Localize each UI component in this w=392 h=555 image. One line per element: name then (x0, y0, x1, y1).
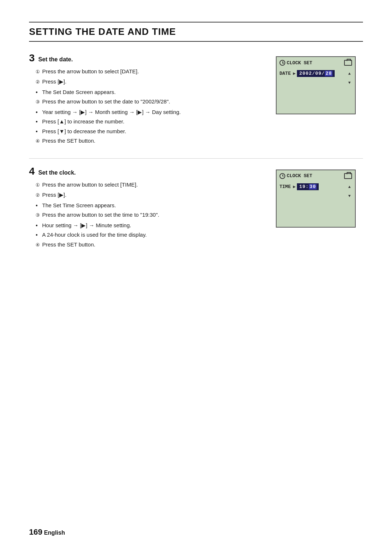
step3-bullet2-text: Year setting → [▶] → Month setting → [▶]… (42, 109, 181, 115)
step3-num1: ① (36, 68, 40, 76)
step3-clock-label: CLOCK SET (279, 60, 312, 66)
step3-num3: ③ (36, 98, 40, 106)
step3-down-arrow: ▼ (348, 81, 351, 85)
step4-lcd-value: 19:30 (297, 183, 319, 190)
step4-lcd-arrow: ▶ (293, 184, 295, 189)
step3-lcd-screen: CLOCK SET ▲ DATE ▶ 2002/09/28 ▼ (276, 56, 356, 114)
step4-up-arrow: ▲ (348, 185, 351, 189)
step3-block: 3 Set the date. ① Press the arrow button… (29, 53, 363, 159)
page-language-text: English (44, 530, 65, 536)
step4-num2: ② (36, 192, 40, 199)
step4-inst-3: ③ Press the arrow button to set the time… (36, 211, 265, 219)
step4-camera-icon (344, 173, 352, 179)
clock-icon (279, 60, 285, 66)
page-footer: 169 English (29, 527, 65, 537)
step4-inst-4: ④ Press the SET button. (36, 241, 265, 249)
step3-bullet4-text: Press [▼] to decrease the number. (42, 128, 126, 134)
step4-inst-1: ① Press the arrow button to select [TIME… (36, 181, 265, 189)
step4-bullet1-text: The Set Time Screen appears. (42, 202, 116, 208)
step3-text3: Press the arrow button to set the date t… (42, 98, 170, 105)
step4-header: 4 Set the clock. (29, 166, 265, 177)
step4-inst-2: ② Press [▶]. (36, 191, 265, 199)
step3-bullet4: Press [▼] to decrease the number. (36, 127, 265, 136)
step4-text4: Press the SET button. (42, 241, 95, 248)
step3-bullet1: The Set Date Screen appears. (36, 88, 265, 97)
step4-screen-container: CLOCK SET ▲ TIME ▶ 19:30 ▼ (276, 170, 363, 251)
step4-content: 4 Set the clock. ① Press the arrow butto… (29, 166, 265, 251)
step4-bullet2: Hour setting → [▶] → Minute setting. (36, 221, 265, 230)
step3-date-highlight: 28 (325, 71, 333, 76)
step4-text3: Press the arrow button to set the time t… (42, 212, 159, 218)
step4-time-base: 19: (299, 184, 309, 189)
step3-inst-3: ③ Press the arrow button to set the date… (36, 98, 265, 106)
step3-text4: Press the SET button. (42, 138, 95, 144)
step3-inst-1: ① Press the arrow button to select [DATE… (36, 68, 265, 76)
step3-inst-2: ② Press [▶]. (36, 78, 265, 86)
step3-up-arrow: ▲ (348, 72, 351, 76)
step4-bullet2-text: Hour setting → [▶] → Minute setting. (42, 222, 131, 228)
step3-bullet2: Year setting → [▶] → Month setting → [▶]… (36, 108, 265, 117)
step3-label: Set the date. (38, 56, 73, 63)
step3-lcd-topbar: CLOCK SET (279, 60, 352, 66)
section-title-block: SETTING THE DATE AND TIME (29, 22, 363, 42)
step4-num3: ③ (36, 212, 40, 219)
step4-num1: ① (36, 181, 40, 189)
step4-text2: Press [▶]. (42, 192, 66, 198)
step3-lcd-value: 2002/09/28 (297, 70, 335, 77)
step3-lcd-arrow: ▶ (293, 71, 295, 76)
step3-date-base: 2002/09/ (299, 71, 324, 76)
step4-bullet1: The Set Time Screen appears. (36, 201, 265, 210)
step3-text2: Press [▶]. (42, 78, 66, 85)
step3-clock-set-label: CLOCK SET (287, 60, 312, 66)
step4-block: 4 Set the clock. ① Press the arrow butto… (29, 166, 363, 262)
step3-bullet3: Press [▲] to increase the number. (36, 118, 265, 126)
step3-camera-icon (344, 60, 352, 66)
page-container: SETTING THE DATE AND TIME 3 Set the date… (0, 0, 392, 291)
page-number: 169 (29, 527, 42, 536)
step4-instructions: ① Press the arrow button to select [TIME… (36, 181, 265, 249)
step3-lcd-label: DATE (279, 71, 291, 76)
step4-lcd-screen: CLOCK SET ▲ TIME ▶ 19:30 ▼ (276, 170, 356, 228)
step4-clock-icon (279, 173, 285, 179)
step3-bullet1-text: The Set Date Screen appears. (42, 89, 116, 95)
step4-number: 4 (29, 166, 35, 177)
page-title: SETTING THE DATE AND TIME (29, 26, 363, 37)
step3-number: 3 (29, 53, 35, 64)
step4-num4: ④ (36, 241, 40, 249)
step3-screen-container: CLOCK SET ▲ DATE ▶ 2002/09/28 ▼ (276, 56, 363, 147)
step4-time-highlight: 30 (309, 184, 317, 189)
step3-text1: Press the arrow button to select [DATE]. (42, 68, 139, 74)
step3-instructions: ① Press the arrow button to select [DATE… (36, 68, 265, 145)
step3-num2: ② (36, 78, 40, 86)
step4-lcd-label: TIME (279, 184, 291, 189)
step4-clock-set-label: CLOCK SET (287, 173, 312, 179)
step3-inst-4: ④ Press the SET button. (36, 137, 265, 145)
step3-content: 3 Set the date. ① Press the arrow button… (29, 53, 265, 147)
step3-header: 3 Set the date. (29, 53, 265, 64)
step4-bullet3-text: A 24-hour clock is used for the time dis… (42, 232, 147, 238)
step4-clock-label: CLOCK SET (279, 173, 312, 179)
step3-bullet3-text: Press [▲] to increase the number. (42, 118, 124, 125)
step4-label: Set the clock. (38, 170, 76, 176)
step3-lcd-row: DATE ▶ 2002/09/28 (279, 70, 352, 77)
step4-lcd-row: TIME ▶ 19:30 (279, 183, 352, 190)
step4-bullet3: A 24-hour clock is used for the time dis… (36, 231, 265, 239)
step4-down-arrow: ▼ (348, 194, 351, 198)
step4-text1: Press the arrow button to select [TIME]. (42, 181, 138, 188)
step3-num4: ④ (36, 138, 40, 145)
step4-lcd-topbar: CLOCK SET (279, 173, 352, 179)
